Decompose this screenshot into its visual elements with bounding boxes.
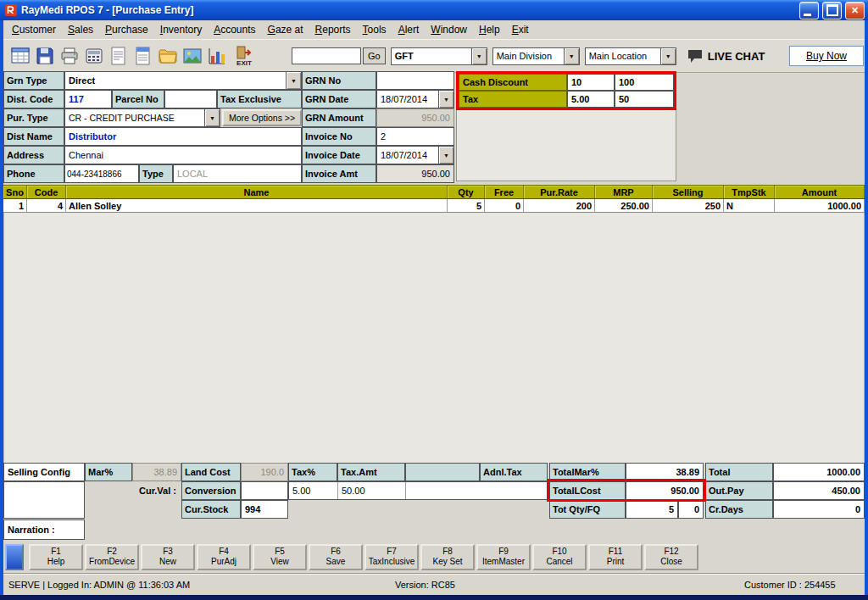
f2-fromdevice-button[interactable]: F2FromDevice: [85, 544, 139, 570]
chevron-down-icon[interactable]: ▼: [438, 91, 453, 108]
chat-bubble-icon: [687, 48, 704, 64]
menu-accounts[interactable]: Accounts: [208, 21, 261, 38]
menu-reports[interactable]: Reports: [309, 21, 357, 38]
pur-type-dropdown[interactable]: CR - CREDIT PURCHASE ▼: [64, 108, 220, 127]
invoice-amt-field[interactable]: 950.00: [376, 164, 454, 183]
fkey-panel-handle[interactable]: [5, 544, 24, 570]
dist-code-field[interactable]: 117: [64, 90, 112, 108]
summary-panel: Selling Config Mar% 38.89 Land Cost 190.…: [3, 463, 865, 519]
menu-sales[interactable]: Sales: [62, 21, 99, 38]
dist-name-field[interactable]: Distributor: [64, 127, 302, 146]
buy-now-button[interactable]: Buy Now: [789, 46, 864, 66]
menu-alert[interactable]: Alert: [392, 21, 426, 38]
out-pay-field: 450.00: [773, 481, 865, 500]
conversion-field[interactable]: [241, 481, 288, 500]
table-row[interactable]: 1 4 Allen Solley 5 0 200 250.00 250 N 10…: [3, 199, 865, 213]
live-chat-label: LIVE CHAT: [708, 50, 765, 63]
chevron-down-icon[interactable]: ▼: [564, 48, 579, 64]
chevron-down-icon[interactable]: ▼: [471, 48, 487, 64]
status-version: Version: RC85: [395, 580, 455, 590]
col-mrp: MRP: [595, 186, 653, 198]
menu-exit[interactable]: Exit: [506, 21, 535, 38]
tot-fq-field: 0: [678, 500, 704, 519]
chevron-down-icon[interactable]: ▼: [204, 109, 220, 126]
grn-amount-field: 950.00: [376, 108, 454, 127]
f12-close-button[interactable]: F12Close: [644, 544, 698, 570]
titlebar: RayMedi RPOS 7 - [Purchase Entry] ✕: [0, 0, 868, 20]
f10-cancel-button[interactable]: F10Cancel: [532, 544, 587, 570]
chevron-down-icon[interactable]: ▼: [438, 147, 453, 164]
chevron-down-icon[interactable]: ▼: [660, 48, 676, 64]
location-dropdown[interactable]: Main Location ▼: [585, 47, 676, 65]
f9-itemmaster-button[interactable]: F9ItemMaster: [476, 544, 531, 570]
folder-icon[interactable]: [155, 43, 180, 69]
phone-field[interactable]: 044-23418866: [64, 164, 139, 183]
cash-discount-percent-field[interactable]: 10: [567, 74, 615, 91]
minimize-glyph: [804, 14, 811, 16]
go-button[interactable]: Go: [363, 47, 386, 64]
app-window: RayMedi RPOS 7 - [Purchase Entry] ✕ Cust…: [0, 0, 868, 600]
menu-purchase[interactable]: Purchase: [99, 21, 154, 38]
grid-icon[interactable]: [8, 43, 32, 69]
menu-tools[interactable]: Tools: [357, 21, 392, 38]
tax-amount-field[interactable]: 50: [615, 91, 674, 108]
tax-amt-label: Tax.Amt: [337, 463, 405, 481]
fkey-key: F2: [107, 547, 117, 557]
fkey-key: F9: [498, 547, 509, 557]
minimize-button[interactable]: [799, 2, 819, 19]
address-field[interactable]: Chennai: [64, 146, 302, 164]
f1-help-button[interactable]: F1Help: [29, 544, 83, 570]
menu-window[interactable]: Window: [425, 21, 473, 38]
parcel-no-field[interactable]: [164, 90, 217, 108]
fkey-label: Print: [607, 557, 625, 567]
f3-new-button[interactable]: F3New: [141, 544, 195, 570]
cash-discount-amount-field[interactable]: 100: [615, 74, 674, 91]
close-button[interactable]: ✕: [845, 2, 865, 19]
keypad-icon[interactable]: [81, 43, 106, 69]
division-dropdown[interactable]: Main Division ▼: [492, 47, 580, 65]
f4-puradj-button[interactable]: F4PurAdj: [197, 544, 251, 570]
chevron-down-icon[interactable]: ▼: [286, 72, 301, 89]
grn-amount-label: GRN Amount: [302, 108, 376, 127]
print-icon[interactable]: [57, 43, 81, 69]
menu-customer[interactable]: Customer: [6, 21, 62, 38]
search-input[interactable]: [292, 47, 361, 64]
cur-stock-field[interactable]: 994: [241, 500, 288, 519]
chart-icon[interactable]: [204, 43, 229, 69]
notes-icon[interactable]: [106, 43, 131, 69]
menu-help[interactable]: Help: [473, 21, 506, 38]
live-chat-link[interactable]: LIVE CHAT: [687, 48, 765, 64]
exit-label: EXIT: [236, 59, 252, 67]
maximize-button[interactable]: [822, 2, 842, 19]
menu-inventory[interactable]: Inventory: [154, 21, 208, 38]
out-pay-label: Out.Pay: [705, 481, 773, 500]
tax-label: Tax: [459, 91, 567, 108]
col-qty: Qty: [448, 186, 485, 198]
type-field[interactable]: LOCAL: [173, 164, 302, 183]
more-options-button[interactable]: More Options >>: [222, 109, 302, 126]
grn-date-value: 18/07/2014: [377, 91, 438, 108]
exit-icon[interactable]: EXIT: [229, 42, 259, 69]
f8-keyset-button[interactable]: F8Key Set: [420, 544, 475, 570]
f7-taxinclusive-button[interactable]: F7TaxInclusive: [364, 544, 419, 570]
mar-pct-label: Mar%: [85, 463, 132, 481]
grn-type-dropdown[interactable]: Direct ▼: [64, 71, 302, 90]
cell-code: 4: [27, 199, 66, 212]
f5-view-button[interactable]: F5View: [253, 544, 307, 570]
menu-gaze-at[interactable]: Gaze at: [262, 21, 309, 38]
blank-label: [405, 463, 480, 481]
grn-type-value: Direct: [65, 72, 286, 89]
tax-percent-field[interactable]: 5.00: [567, 91, 615, 108]
image-icon[interactable]: [180, 43, 204, 69]
grn-date-picker[interactable]: 18/07/2014 ▼: [376, 90, 454, 108]
save-icon[interactable]: [32, 43, 57, 69]
invoice-no-field[interactable]: 2: [376, 127, 454, 146]
document-icon[interactable]: [131, 43, 155, 69]
invoice-date-picker[interactable]: 18/07/2014 ▼: [376, 146, 454, 164]
company-dropdown[interactable]: GFT ▼: [391, 47, 487, 65]
grn-no-field[interactable]: [376, 71, 454, 90]
fkey-label: Help: [47, 557, 65, 567]
pur-type-label: Pur. Type: [3, 108, 64, 127]
f11-print-button[interactable]: F11Print: [588, 544, 643, 570]
f6-save-button[interactable]: F6Save: [309, 544, 363, 570]
